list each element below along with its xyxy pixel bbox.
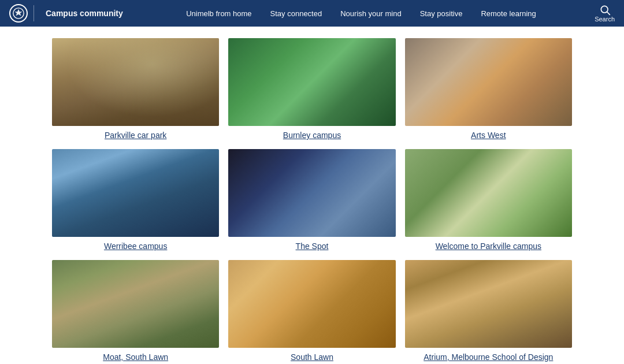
image-atrium [405,260,572,348]
nav-divider [34,5,34,21]
gallery-item-south-lawn: South Lawn [228,260,395,362]
image-placeholder-welcome-parkville [405,149,572,237]
image-welcome-parkville [405,149,572,237]
image-placeholder-burnley-campus [228,38,395,126]
nav-link-nourish-your-mind[interactable]: Nourish your mind [340,9,402,18]
nav-link-remote-learning[interactable]: Remote learning [481,9,536,18]
nav-site-title: Campus community [46,9,123,18]
image-south-lawn [228,260,395,348]
nav-links: Unimelb from home Stay connected Nourish… [137,9,585,18]
image-moat-south-lawn [52,260,219,348]
search-label: Search [595,16,615,23]
gallery-link-werribee-campus[interactable]: Werribee campus [104,242,167,251]
gallery-link-south-lawn[interactable]: South Lawn [291,352,333,362]
image-placeholder-the-spot [228,149,395,237]
image-placeholder-parkville-car-park [52,38,219,126]
svg-line-2 [607,12,610,15]
gallery-item-atrium: Atrium, Melbourne School of Design [405,260,572,362]
university-logo [9,4,28,23]
nav-link-unimelb-from-home[interactable]: Unimelb from home [186,9,251,18]
gallery-item-arts-west: Arts West [405,38,572,140]
search-button[interactable]: Search [595,4,615,23]
nav-link-stay-connected[interactable]: Stay connected [270,9,322,18]
gallery-item-parkville-car-park: Parkville car park [52,38,219,140]
image-parkville-car-park [52,38,219,126]
image-placeholder-arts-west [405,38,572,126]
image-placeholder-moat-south-lawn [52,260,219,348]
image-placeholder-atrium [405,260,572,348]
gallery-link-burnley-campus[interactable]: Burnley campus [283,131,341,140]
gallery-item-werribee-campus: Werribee campus [52,149,219,251]
image-werribee-campus [52,149,219,237]
gallery-item-the-spot: The Spot [228,149,395,251]
gallery-link-welcome-parkville[interactable]: Welcome to Parkville campus [436,242,541,251]
image-arts-west [405,38,572,126]
main-content: Parkville car parkBurnley campusArts Wes… [46,27,578,364]
main-nav: Campus community Unimelb from home Stay … [0,0,624,27]
image-burnley-campus [228,38,395,126]
gallery-link-the-spot[interactable]: The Spot [296,242,329,251]
gallery-item-burnley-campus: Burnley campus [228,38,395,140]
gallery-item-moat-south-lawn: Moat, South Lawn [52,260,219,362]
gallery-link-atrium[interactable]: Atrium, Melbourne School of Design [424,352,553,362]
gallery-link-parkville-car-park[interactable]: Parkville car park [105,131,166,140]
gallery-item-welcome-parkville: Welcome to Parkville campus [405,149,572,251]
image-placeholder-werribee-campus [52,149,219,237]
nav-link-stay-positive[interactable]: Stay positive [420,9,463,18]
gallery-link-moat-south-lawn[interactable]: Moat, South Lawn [103,352,168,362]
image-placeholder-south-lawn [228,260,395,348]
gallery-link-arts-west[interactable]: Arts West [471,131,506,140]
image-gallery: Parkville car parkBurnley campusArts Wes… [46,38,578,362]
nav-logo[interactable]: Campus community [9,4,123,23]
image-the-spot [228,149,395,237]
